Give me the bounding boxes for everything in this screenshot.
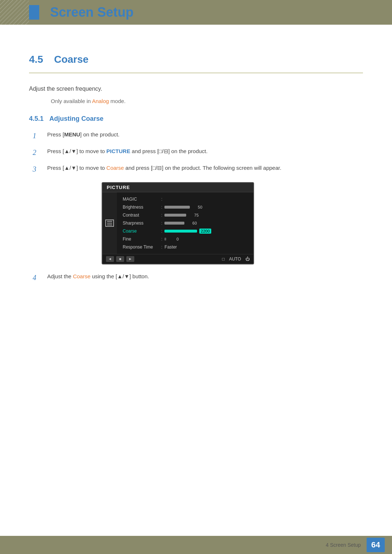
monitor-menu: MAGIC : Brightness : 50 Contrast : — [117, 192, 253, 254]
monitor-btn-left: ◄ — [106, 256, 114, 262]
menu-label-contrast: Contrast — [123, 213, 159, 218]
monitor-btn-group-left: ◄ ■ ► — [106, 256, 134, 262]
menu-label-magic: MAGIC — [123, 197, 159, 202]
section-note: Only available in Analog mode. — [51, 98, 363, 104]
step-4-container: 4 Adjust the Coarse using the [▲/▼] butt… — [33, 272, 363, 283]
coarse-highlight-2: Coarse — [73, 273, 90, 279]
page-title: Screen Setup — [50, 5, 134, 20]
monitor-title-bar: PICTURE — [102, 183, 253, 192]
step-2-number: 2 — [33, 147, 47, 158]
icon-line-1 — [107, 221, 112, 222]
steps-list: 1 Press [MENU] on the product. 2 Press [… — [33, 130, 363, 175]
menu-item-sharpness: Sharpness : 60 — [121, 219, 250, 227]
contrast-bar — [164, 214, 186, 217]
step-4-number: 4 — [33, 272, 47, 283]
coarse-value: 2200 — [199, 229, 211, 234]
menu-item-contrast: Contrast : 75 — [121, 211, 250, 219]
header-accent-rect — [29, 5, 39, 20]
monitor-icon-auto: AUTO — [229, 257, 241, 262]
step-4: 4 Adjust the Coarse using the [▲/▼] butt… — [33, 272, 363, 283]
icon-line-3 — [107, 225, 112, 225]
section-number: 4.5 — [29, 54, 43, 65]
monitor-btn-center: ■ — [116, 256, 124, 262]
response-time-value: Faster — [164, 245, 177, 250]
coarse-bar-container — [164, 230, 197, 233]
menu-label-brightness: Brightness — [123, 205, 159, 210]
contrast-bar-container — [164, 214, 186, 217]
analog-highlight: Analog — [92, 98, 109, 104]
footer-section-label: 4 Screen Setup — [326, 542, 361, 548]
monitor-body: MAGIC : Brightness : 50 Contrast : — [102, 192, 253, 254]
subsection-heading: 4.5.1 Adjusting Coarse — [29, 115, 363, 123]
footer-page-number: 64 — [367, 538, 385, 552]
step-2-text: Press [▲/▼] to move to PICTURE and press… — [47, 147, 208, 156]
menu-item-magic: MAGIC : — [121, 195, 250, 203]
brightness-bar-container — [164, 206, 190, 209]
monitor-btn-right-btn: ► — [126, 256, 134, 262]
main-content: 4.5 Coarse Adjust the screen frequency. … — [0, 25, 392, 325]
sharpness-bar — [164, 222, 184, 225]
step-3-text: Press [▲/▼] to move to Coarse and press … — [47, 163, 281, 173]
brightness-bar — [164, 206, 190, 209]
brightness-value: 50 — [192, 205, 202, 209]
subsection-title: Adjusting Coarse — [49, 115, 103, 123]
step-4-text: Adjust the Coarse using the [▲/▼] button… — [47, 272, 149, 281]
monitor-screenshot: PICTURE MAGIC : Brigh — [102, 182, 254, 264]
coarse-bar — [164, 230, 197, 233]
section-description: Adjust the screen frequency. — [29, 84, 363, 94]
monitor-icon-power: ⏻ — [245, 257, 250, 262]
section-title: Coarse — [54, 54, 89, 65]
step-3: 3 Press [▲/▼] to move to Coarse and pres… — [33, 163, 363, 175]
step-1: 1 Press [MENU] on the product. — [33, 130, 363, 141]
coarse-highlight-1: Coarse — [106, 165, 124, 171]
monitor-icon — [105, 219, 114, 227]
menu-item-fine: Fine : 0 — [121, 235, 250, 243]
monitor-sidebar — [102, 192, 117, 254]
monitor-btn-group-right: □ AUTO ⏻ — [222, 257, 250, 262]
subsection-number: 4.5.1 — [29, 115, 44, 123]
monitor-icon-lines — [107, 221, 112, 225]
icon-line-2 — [107, 223, 112, 223]
picture-highlight: PICTURE — [106, 148, 130, 154]
step-1-number: 1 — [33, 130, 47, 141]
sharpness-value: 60 — [187, 221, 197, 225]
monitor-bottom-controls: ◄ ■ ► □ AUTO ⏻ — [102, 254, 253, 264]
menu-item-brightness: Brightness : 50 — [121, 203, 250, 211]
menu-label-fine: Fine — [123, 237, 159, 242]
step-2: 2 Press [▲/▼] to move to PICTURE and pre… — [33, 147, 363, 158]
menu-item-coarse: Coarse : 2200 — [121, 227, 250, 235]
menu-label-response-time: Response Time — [123, 245, 159, 250]
step-1-text: Press [MENU] on the product. — [47, 130, 119, 139]
sharpness-bar-container — [164, 222, 184, 225]
contrast-value: 75 — [188, 213, 199, 217]
section-heading: 4.5 Coarse — [29, 54, 363, 65]
footer: 4 Screen Setup 64 — [0, 536, 392, 554]
header-bar: Screen Setup — [0, 0, 392, 25]
fine-bar-container — [164, 238, 166, 241]
menu-label-coarse: Coarse — [123, 229, 159, 234]
menu-item-response-time: Response Time : Faster — [121, 243, 250, 251]
menu-label-sharpness: Sharpness — [123, 221, 159, 226]
fine-bar — [164, 238, 166, 241]
step-3-number: 3 — [33, 163, 47, 175]
fine-value: 0 — [168, 237, 179, 241]
monitor-icon-display: □ — [222, 257, 225, 262]
divider — [29, 73, 363, 73]
